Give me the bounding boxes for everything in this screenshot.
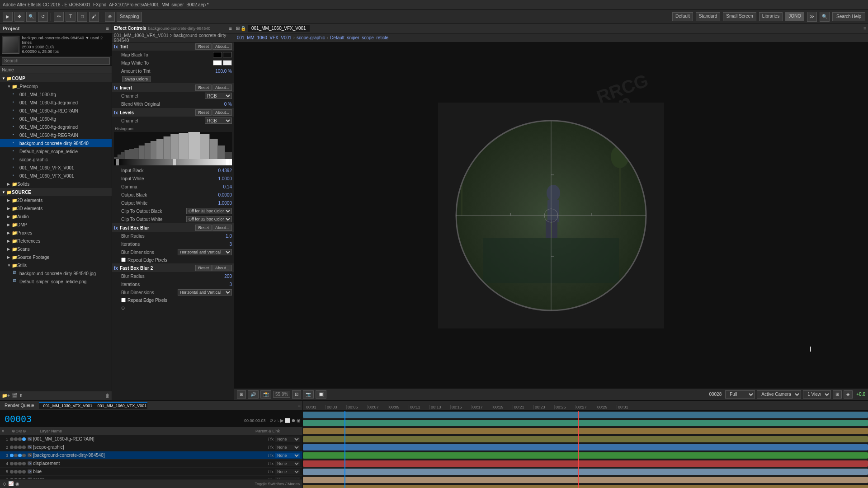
timeline-menu-btn[interactable]: ≡ xyxy=(296,402,302,409)
invert-about-btn[interactable]: About... xyxy=(212,84,232,91)
tl-live-btn[interactable]: ▶ xyxy=(280,418,284,423)
lc-dot-5a[interactable] xyxy=(10,470,14,474)
tree-2d[interactable]: ▶ 📁 2D elements xyxy=(0,196,112,204)
tree-source-folder[interactable]: ▼ 📁 SOURCE xyxy=(0,188,112,196)
map-white-swatch1[interactable] xyxy=(213,60,222,66)
add-keyframe-btn[interactable]: ◇ xyxy=(3,481,6,486)
project-search-input[interactable] xyxy=(2,57,110,65)
clip-white-select[interactable]: Off for 32 bpc ColorOn xyxy=(186,216,232,222)
layer-parent-select-2[interactable]: None xyxy=(275,445,300,450)
layer-switch-fx-5[interactable]: / fx xyxy=(268,469,274,474)
tree-item-1060ftg[interactable]: ▪ 001_MM_1060-ftg xyxy=(0,115,112,123)
tint-about-btn[interactable]: About... xyxy=(212,43,232,50)
tl-cache-btn[interactable]: ⬜ xyxy=(285,418,290,423)
histogram-slider[interactable] xyxy=(114,159,232,165)
comp-lock-icon[interactable]: 🔒 xyxy=(241,26,246,31)
comp-audio-btn[interactable]: 🔊 xyxy=(248,390,259,399)
track-bar-5[interactable] xyxy=(303,444,868,450)
lc-dot-3c[interactable] xyxy=(18,454,22,457)
timeline-comp1-tab[interactable]: 001_MM_1030_VFX_V001 xyxy=(39,402,93,409)
workspace-small-screen[interactable]: Small Screen xyxy=(723,12,756,21)
track-bar-10[interactable] xyxy=(303,485,868,488)
import-btn[interactable]: ⬆ xyxy=(19,393,23,398)
slider-black-handle[interactable] xyxy=(116,159,119,165)
tint-reset-btn[interactable]: Reset xyxy=(195,43,212,50)
tool-shape[interactable]: □ xyxy=(77,12,87,22)
comp-camera-select[interactable]: Active Camera xyxy=(757,390,801,399)
comp-tab-menu[interactable]: ≡ xyxy=(863,26,866,31)
timecode-display-large[interactable]: 00003 xyxy=(2,412,242,426)
comp-show-snapshot-btn[interactable]: 🔲 xyxy=(316,390,326,399)
delete-btn[interactable]: 🗑 xyxy=(105,393,110,398)
layer-parent-select-1[interactable]: None xyxy=(275,436,300,442)
tree-dmp[interactable]: ▶ 📁 DMP xyxy=(0,221,112,229)
tree-source-footage[interactable]: ▶ 📁 Source Footage xyxy=(0,253,112,261)
map-white-swatch2[interactable] xyxy=(223,60,232,66)
tool-rotate[interactable]: ↺ xyxy=(38,12,48,22)
comp-view-select[interactable]: 1 View xyxy=(803,390,831,399)
fbb2-about-btn[interactable]: About... xyxy=(212,265,232,271)
track-bar-9[interactable] xyxy=(303,477,868,483)
lc-dot-1d[interactable] xyxy=(22,437,26,441)
tool-zoom[interactable]: 🔍 xyxy=(26,12,36,22)
comp-preview-btn[interactable]: 📸 xyxy=(260,390,271,399)
tool-pen[interactable]: ✏ xyxy=(54,12,64,22)
input-white-value[interactable]: 1.0000 xyxy=(205,176,232,181)
tree-3d[interactable]: ▶ 📁 3D elements xyxy=(0,204,112,212)
workspace-menu[interactable]: ≫ xyxy=(807,12,817,22)
comp-expand-icon[interactable]: ⊞ xyxy=(236,26,240,31)
red-marker[interactable] xyxy=(578,411,579,488)
output-white-value[interactable]: 1.0000 xyxy=(205,201,232,206)
tree-still-1[interactable]: 🖼 background-concrete-dirty-984540.jpg xyxy=(0,269,112,277)
fbb-repeat-edge-checkbox[interactable] xyxy=(121,258,126,262)
tree-item-scope[interactable]: ▪ scope-graphic xyxy=(0,155,112,164)
lc-dot-5c[interactable] xyxy=(18,470,22,474)
map-black-swatch2[interactable] xyxy=(223,52,232,57)
lc-dot-2d[interactable] xyxy=(22,446,26,449)
fbb2-iterations-value[interactable]: 3 xyxy=(205,282,232,287)
comp-fit-btn[interactable]: ⊡ xyxy=(292,390,301,399)
tree-item-default-sniper[interactable]: ▪ Default_sniper_scope_reticle xyxy=(0,147,112,155)
lc-dot-5d[interactable] xyxy=(22,470,26,474)
new-comp-btn[interactable]: 🎬 xyxy=(12,393,17,398)
fbb-about-btn[interactable]: About... xyxy=(212,225,232,231)
fbb-reset-btn[interactable]: Reset xyxy=(195,225,212,231)
tree-item-bgconcrete[interactable]: ▪ background-concrete-dirty-984540 xyxy=(0,139,112,147)
blend-value[interactable]: 0 % xyxy=(205,102,232,107)
track-bar-4[interactable] xyxy=(303,436,868,442)
slider-white-handle[interactable] xyxy=(226,159,229,165)
lc-dot-2c[interactable] xyxy=(18,446,22,449)
tl-loop-btn[interactable]: ↺ xyxy=(269,418,273,423)
lc-dot-4d[interactable] xyxy=(22,462,26,465)
tree-still-2[interactable]: 🖼 Default_sniper_scope_reticle.png xyxy=(0,277,112,286)
tree-solids[interactable]: ▶ 📁 Solids xyxy=(0,180,112,188)
toggle-switches-btn[interactable]: Toggle Switches / Modes xyxy=(255,482,300,486)
tree-item-001mm1030[interactable]: ▪ 001_MM_1030-ftg xyxy=(0,90,112,99)
comp-grid-btn[interactable]: ⊞ xyxy=(833,390,842,399)
lc-dot-4a[interactable] xyxy=(10,462,14,465)
invert-reset-btn[interactable]: Reset xyxy=(195,84,212,91)
track-bar-3[interactable] xyxy=(303,428,868,434)
lc-dot-3a[interactable] xyxy=(10,454,14,457)
input-black-value[interactable]: 0.4392 xyxy=(205,168,232,173)
solo-mode-btn[interactable]: ◉ xyxy=(15,481,19,486)
fbb2-blur-radius-value[interactable]: 200 xyxy=(205,274,232,279)
swap-colors-btn[interactable]: Swap Colors xyxy=(122,76,151,82)
track-bar-1[interactable] xyxy=(303,412,868,418)
tree-item-degrained[interactable]: ▪ 001_MM_1030-ftg-degrained xyxy=(0,99,112,107)
layer-switch-fx-3[interactable]: / fx xyxy=(268,453,274,458)
tree-scans[interactable]: ▶ 📁 Scans xyxy=(0,245,112,253)
fbb-dimensions-select[interactable]: Horizontal and Vertical xyxy=(178,249,232,255)
tree-proxies[interactable]: ▶ 📁 Proxies xyxy=(0,229,112,237)
new-folder-btn[interactable]: 📁+ xyxy=(2,393,10,398)
layer-switch-fx-4[interactable]: / fx xyxy=(268,461,274,466)
lc-dot-1b[interactable] xyxy=(14,437,18,441)
comp-zoom-value[interactable]: 55.9% xyxy=(273,391,290,398)
tree-references[interactable]: ▶ 📁 References xyxy=(0,237,112,245)
levels-channel-select[interactable]: RGBAlpha xyxy=(205,117,232,124)
fbb-blur-radius-value[interactable]: 1.0 xyxy=(205,234,232,239)
tree-audio[interactable]: ▶ 📁 Audio xyxy=(0,212,112,221)
tree-precomp-folder[interactable]: ▼ 📁 _Precomp xyxy=(0,82,112,90)
comp-mask-btn[interactable]: ◈ xyxy=(844,390,853,399)
lc-dot-5b[interactable] xyxy=(14,470,18,474)
